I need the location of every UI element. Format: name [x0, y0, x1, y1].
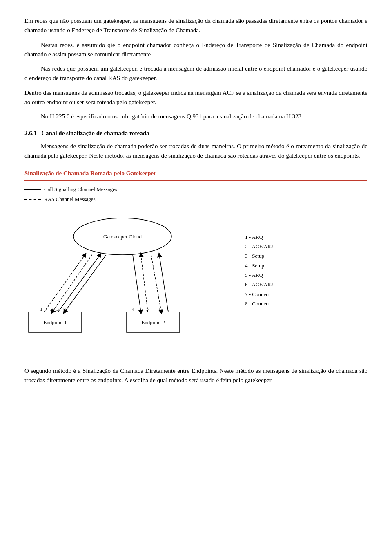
paragraph-6: Mensagens de sinalização de chamada pode…: [24, 142, 368, 161]
legend-solid-label: Call Signalling Channel Messages: [44, 185, 117, 194]
svg-line-16: [65, 255, 106, 312]
msg-1: 1 - ARQ: [245, 232, 368, 242]
paragraph-7: O segundo método é a Sinalização de Cham…: [24, 366, 368, 386]
svg-text:Endpoint 2: Endpoint 2: [141, 319, 165, 325]
solid-line-icon: [24, 189, 41, 190]
svg-line-24: [159, 255, 168, 312]
legend-solid-item: Call Signalling Channel Messages: [24, 185, 368, 194]
svg-text:8: 8: [63, 306, 66, 312]
svg-line-22: [151, 255, 161, 312]
svg-text:7: 7: [167, 306, 170, 312]
bottom-divider: [24, 358, 368, 358]
diagram-container: Gatekeeper Cloud Endpoint 1 Endpoint 2: [24, 208, 368, 350]
msg-8: 8 - Connect: [245, 299, 368, 308]
svg-text:4: 4: [132, 306, 134, 312]
svg-line-20: [141, 255, 148, 312]
diagram-title: Sinalização de Chamada Roteada pelo Gate…: [24, 169, 368, 181]
svg-text:Endpoint 1: Endpoint 1: [43, 319, 67, 325]
section-number: 2.6.1: [24, 130, 37, 136]
svg-text:Gatekeeper Cloud: Gatekeeper Cloud: [103, 234, 142, 240]
svg-text:3: 3: [56, 306, 59, 312]
diagram-messages-list: 1 - ARQ 2 - ACF/ARJ 3 - Setup 4 - Setup …: [245, 208, 368, 309]
section-title: Canal de sinalização de chamada roteada: [41, 130, 149, 136]
paragraph-3: Nas redes que possuem um gatekeeper, é t…: [24, 64, 368, 83]
msg-7: 7 - Connect: [245, 290, 368, 299]
paragraph-5: No H.225.0 é especificado o uso obrigató…: [24, 112, 368, 121]
svg-text:5: 5: [146, 306, 149, 312]
paragraph-2: Nestas redes, é assumido qie o endpoint …: [24, 40, 368, 60]
section-heading: 2.6.1 Canal de sinalização de chamada ro…: [24, 129, 368, 138]
dashed-line-icon: [24, 199, 41, 200]
svg-text:6: 6: [159, 306, 162, 312]
msg-6: 6 - ACF/ARJ: [245, 280, 368, 289]
svg-text:1: 1: [40, 306, 42, 312]
paragraph-1: Em redes que não possuem um gatekeeper, …: [24, 16, 368, 36]
svg-line-12: [52, 255, 92, 312]
legend: Call Signalling Channel Messages RAS Cha…: [24, 185, 368, 203]
page-content: Em redes que não possuem um gatekeeper, …: [24, 16, 368, 385]
msg-2: 2 - ACF/ARJ: [245, 242, 368, 251]
legend-dashed-label: RAS Channel Messages: [44, 195, 96, 203]
svg-text:2: 2: [50, 306, 53, 312]
diagram-svg: Gatekeeper Cloud Endpoint 1 Endpoint 2: [24, 208, 237, 350]
msg-3: 3 - Setup: [245, 251, 368, 261]
msg-4: 4 - Setup: [245, 261, 368, 270]
diagram-section: Sinalização de Chamada Roteada pelo Gate…: [24, 169, 368, 350]
paragraph-4: Dentro das mensagens de adimissão trocad…: [24, 88, 368, 107]
msg-5: 5 - ARQ: [245, 270, 368, 280]
legend-dashed-item: RAS Channel Messages: [24, 195, 368, 203]
svg-line-18: [133, 255, 141, 312]
